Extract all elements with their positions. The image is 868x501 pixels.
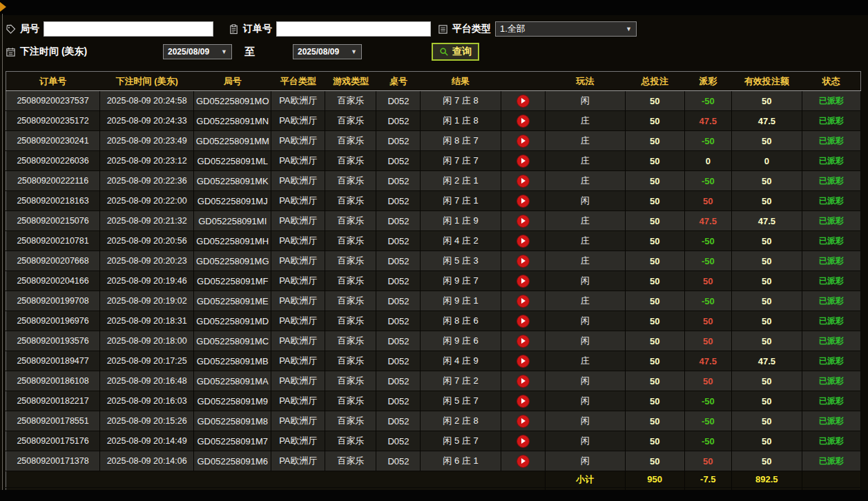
- cell-time: 2025-08-09 20:22:36: [100, 171, 194, 191]
- cell-table_no: D052: [376, 371, 421, 391]
- platform-type-label: 平台类型: [452, 23, 491, 35]
- order-number-label: 订单号: [243, 23, 272, 35]
- cell-method: 闲: [545, 391, 625, 411]
- cell-result: 闲 9 庄 1: [421, 291, 501, 311]
- replay-video-button[interactable]: [517, 295, 530, 308]
- cell-bet: 50: [625, 391, 684, 411]
- cell-valid: 50: [731, 371, 802, 391]
- column-header: 结果: [421, 72, 501, 91]
- cell-bet: 50: [625, 251, 684, 271]
- replay-video-button[interactable]: [517, 175, 530, 188]
- replay-video-button[interactable]: [517, 115, 530, 128]
- date-to-value: 2025/08/09: [298, 47, 339, 57]
- replay-video-button[interactable]: [517, 315, 530, 328]
- cell-order: 250809200182217: [6, 391, 100, 411]
- replay-video-button[interactable]: [517, 415, 530, 428]
- subtotal-valid-bet: 892.5: [731, 471, 802, 488]
- subtotal-label: 小计: [545, 471, 625, 488]
- column-header: 派彩: [684, 72, 731, 91]
- cell-order: 250809200186108: [6, 371, 100, 391]
- replay-video-button[interactable]: [517, 335, 530, 348]
- cell-platform: PA欧洲厅: [271, 331, 325, 351]
- cell-result: 闲 1 庄 9: [421, 211, 501, 231]
- cell-game: 百家乐: [325, 311, 376, 331]
- cell-valid: 50: [731, 431, 802, 451]
- cell-result: 闲 7 庄 2: [421, 371, 501, 391]
- table-row: 2508092001713782025-08-09 20:14:06GD0522…: [6, 451, 861, 471]
- cell-platform: PA欧洲厅: [271, 131, 325, 151]
- date-to-picker[interactable]: 2025/08/09 ▼: [293, 44, 362, 59]
- cell-table_no: D052: [376, 271, 421, 291]
- cell-time: 2025-08-09 20:16:48: [100, 371, 194, 391]
- play-icon: [521, 338, 525, 344]
- round-number-input[interactable]: [44, 21, 213, 37]
- replay-video-button[interactable]: [517, 455, 530, 468]
- cell-bet: 50: [625, 131, 684, 151]
- replay-video-button[interactable]: [517, 255, 530, 268]
- cell-bet: 50: [625, 351, 684, 371]
- replay-video-button[interactable]: [517, 135, 530, 148]
- subtotal-payout: -7.5: [684, 471, 731, 488]
- replay-video-button[interactable]: [517, 395, 530, 408]
- orders-table: 订单号下注时间 (美东)局号平台类型游戏类型桌号结果玩法总投注派彩有效投注额状态…: [6, 71, 861, 501]
- table-row: 2508092001969762025-08-09 20:18:31GD0522…: [6, 311, 861, 331]
- cell-order: 250809200193576: [6, 331, 100, 351]
- replay-video-button[interactable]: [517, 155, 530, 168]
- date-from-picker[interactable]: 2025/08/09 ▼: [163, 44, 232, 59]
- replay-cell: [501, 451, 545, 471]
- cell-time: 2025-08-09 20:20:23: [100, 251, 194, 271]
- table-row: 2508092002041662025-08-09 20:19:46GD0522…: [6, 271, 861, 291]
- play-icon: [521, 438, 525, 444]
- cell-platform: PA欧洲厅: [271, 191, 325, 211]
- panel-collapse-handle[interactable]: [0, 2, 6, 12]
- cell-order: 250809200171378: [6, 451, 100, 471]
- table-row: 2508092001935762025-08-09 20:18:00GD0522…: [6, 331, 861, 351]
- bet-time-label: 下注时间 (美东): [20, 46, 87, 58]
- cell-valid: 50: [731, 451, 802, 471]
- replay-video-button[interactable]: [517, 235, 530, 248]
- replay-video-button[interactable]: [517, 375, 530, 388]
- cell-order: 250809200175176: [6, 431, 100, 451]
- platform-type-select[interactable]: 1.全部 ▼: [495, 21, 637, 37]
- cell-payout: 50: [684, 371, 731, 391]
- cell-method: 庄: [545, 211, 625, 231]
- replay-video-button[interactable]: [517, 355, 530, 368]
- cell-time: 2025-08-09 20:19:02: [100, 291, 194, 311]
- cell-valid: 50: [731, 91, 802, 111]
- order-number-input[interactable]: [276, 21, 431, 37]
- cell-time: 2025-08-09 20:23:12: [100, 151, 194, 171]
- column-header: 总投注: [625, 72, 684, 91]
- cell-valid: 50: [731, 231, 802, 251]
- cell-game: 百家乐: [325, 331, 376, 351]
- cell-order: 250809200218163: [6, 191, 100, 211]
- cell-result: 闲 6 庄 1: [421, 451, 501, 471]
- cell-round: GD052258091ME: [194, 291, 271, 311]
- cell-status: 已派彩: [802, 111, 860, 131]
- round-number-label: 局号: [20, 23, 39, 35]
- replay-video-button[interactable]: [517, 215, 530, 228]
- replay-video-button[interactable]: [517, 195, 530, 208]
- replay-video-button[interactable]: [517, 435, 530, 448]
- table-body: 2508092002375372025-08-09 20:24:58GD0522…: [6, 91, 861, 471]
- cell-bet: 50: [625, 111, 684, 131]
- table-row: 2508092002302412025-08-09 20:23:49GD0522…: [6, 131, 861, 151]
- cell-result: 闲 8 庄 6: [421, 311, 501, 331]
- replay-video-button[interactable]: [517, 275, 530, 288]
- cell-valid: 50: [731, 131, 802, 151]
- cell-platform: PA欧洲厅: [271, 431, 325, 451]
- replay-cell: [501, 251, 545, 271]
- cell-table_no: D052: [376, 391, 421, 411]
- play-icon: [521, 158, 525, 164]
- cell-round: GD052258091M6: [194, 451, 271, 471]
- cell-platform: PA欧洲厅: [271, 91, 325, 111]
- cell-platform: PA欧洲厅: [271, 251, 325, 271]
- cell-valid: 50: [731, 171, 802, 191]
- replay-cell: [501, 291, 545, 311]
- cell-payout: 50: [684, 331, 731, 351]
- replay-video-button[interactable]: [517, 95, 530, 108]
- cell-time: 2025-08-09 20:15:26: [100, 411, 194, 431]
- cell-bet: 50: [625, 431, 684, 451]
- column-header: [501, 72, 545, 91]
- cell-time: 2025-08-09 20:18:00: [100, 331, 194, 351]
- search-button[interactable]: 查询: [432, 43, 479, 61]
